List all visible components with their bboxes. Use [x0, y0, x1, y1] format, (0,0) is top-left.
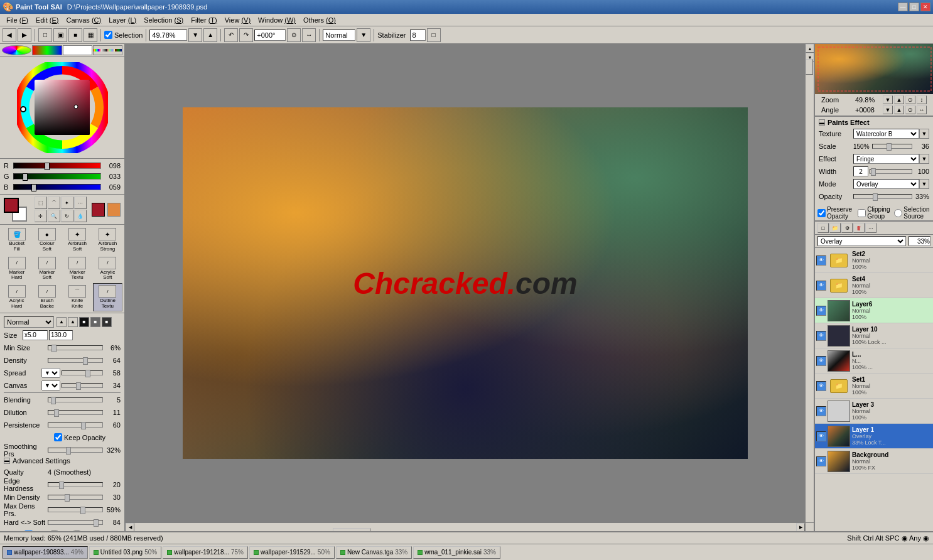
taskbar-item-1[interactable]: Untitled 03.png 50%	[89, 546, 161, 559]
texture-select[interactable]: Watercolor B	[853, 129, 919, 139]
spread-slider[interactable]	[62, 370, 103, 375]
scroll-up-arrow[interactable]: ▲	[806, 44, 814, 53]
angle-increase-btn[interactable]: ▲	[894, 105, 904, 114]
color-wheel-cursor[interactable]	[20, 106, 26, 112]
size-multiplier-input[interactable]: x5.0	[23, 330, 48, 340]
acrylic-soft-tool[interactable]: / AcrylicSoft	[93, 255, 122, 283]
layer-item-set1[interactable]: 👁 📁 Set1 Normal100%	[815, 374, 933, 399]
layer-vis-background[interactable]: 👁	[816, 456, 826, 466]
menu-canvas[interactable]: Canvas (C)	[63, 15, 105, 25]
brush-mode-select[interactable]: Normal	[4, 316, 54, 328]
toolbar-new-btn[interactable]: □	[38, 28, 52, 42]
angle-input[interactable]: +000°	[254, 30, 286, 41]
current-color-large[interactable]	[92, 203, 105, 217]
advanced-settings-toggle[interactable]: ▬ Advanced Settings	[4, 457, 121, 465]
selection-source-checkbox-label[interactable]: Selection Source	[894, 206, 930, 220]
keep-opacity-checkbox[interactable]	[54, 433, 62, 441]
outline-texture-tool[interactable]: / OutlineTextu	[93, 283, 122, 311]
bucket-fill-tool[interactable]: 🪣 BucketFill	[2, 226, 31, 254]
layer-item-set4[interactable]: 👁 📁 Set4 Normal100%	[815, 273, 933, 298]
layer-opacity-input[interactable]	[909, 236, 930, 246]
toolbar-open-btn[interactable]: ▣	[53, 28, 67, 42]
menu-edit[interactable]: Edit (E)	[32, 15, 63, 25]
dilution-slider[interactable]	[48, 410, 103, 415]
h-scroll-thumb[interactable]	[333, 528, 370, 532]
layer-item-layer10[interactable]: 👁 Layer 10 Normal100% Lock ...	[815, 323, 933, 348]
minimize-button[interactable]: —	[898, 3, 908, 11]
preserve-opacity-checkbox-label[interactable]: Preserve Opacity	[817, 206, 854, 220]
layer-item-l[interactable]: 👁 L... N...100% ...	[815, 348, 933, 374]
layer-item-layer3[interactable]: 👁 Layer 3 Normal100%	[815, 399, 933, 424]
menu-filter[interactable]: Filter (T)	[187, 15, 221, 25]
layer-vis-layer3[interactable]: 👁	[816, 406, 826, 416]
magic-wand-tool[interactable]: ✦	[61, 197, 73, 209]
secondary-color-swatch[interactable]	[107, 203, 121, 217]
new-layer-btn[interactable]: □	[817, 223, 829, 233]
max-dens-slider[interactable]	[48, 507, 103, 512]
v-scroll-thumb[interactable]	[806, 59, 813, 75]
layer-vis-set2[interactable]: 👁	[816, 256, 826, 266]
layer-settings-btn[interactable]: ⚙	[841, 223, 853, 233]
preserve-opacity-checkbox[interactable]	[817, 209, 826, 217]
zoom-input[interactable]: 49.78%	[149, 30, 187, 41]
flip-btn[interactable]: ↔	[917, 105, 927, 114]
marker-hard-tool[interactable]: / MarkerHard	[2, 255, 31, 283]
zoom-decrease-btn[interactable]: ▼	[883, 95, 893, 104]
maximize-button[interactable]: □	[909, 3, 919, 11]
foreground-color-swatch[interactable]	[4, 198, 19, 213]
flip-h-btn[interactable]: ↔	[302, 28, 316, 42]
brush-background-tool[interactable]: / BrushBacke	[32, 283, 62, 311]
taskbar-item-0[interactable]: wallpaper-190893... 49%	[3, 546, 88, 559]
canvas-select[interactable]: ▼	[41, 380, 60, 390]
mode-effect-select[interactable]: Overlay	[853, 179, 919, 189]
color-swatches-tab[interactable]	[93, 45, 122, 55]
layer-vis-layer6[interactable]: 👁	[816, 306, 826, 316]
delete-layer-btn[interactable]: 🗑	[853, 223, 865, 233]
color-wheel-tab[interactable]	[2, 45, 31, 55]
toolbar-rotate-right-btn[interactable]: ↷	[239, 28, 253, 42]
toolbar-save-btn[interactable]: ■	[68, 28, 82, 42]
taskbar-item-2[interactable]: wallpaper-191218... 75%	[163, 546, 248, 559]
spread-select[interactable]: ▼	[41, 368, 60, 378]
menu-others[interactable]: Others (O)	[299, 15, 340, 25]
clipping-group-checkbox-label[interactable]: Clipping Group	[858, 206, 890, 220]
toolbar-next-btn[interactable]: ▶	[18, 28, 31, 42]
menu-selection[interactable]: Selection (S)	[140, 15, 187, 25]
size-value-input[interactable]: 130.0	[49, 330, 73, 340]
menu-layer[interactable]: Layer (L)	[105, 15, 140, 25]
layer-vis-set1[interactable]: 👁	[816, 381, 826, 391]
min-size-slider[interactable]	[48, 345, 103, 350]
toolbar-prev-btn[interactable]: ◀	[3, 28, 16, 42]
stabilizer-btn[interactable]: □	[427, 28, 441, 42]
dens-checkbox[interactable]	[24, 530, 33, 531]
layer-vis-l[interactable]: 👁	[816, 356, 826, 366]
blend-checkbox[interactable]	[73, 530, 81, 531]
eyedropper-tool[interactable]: 💧	[74, 210, 87, 222]
scroll-left-arrow[interactable]: ◀	[126, 523, 134, 532]
canvas-slider[interactable]	[62, 383, 103, 388]
mode-icon-3[interactable]: ■	[79, 317, 89, 327]
opacity-slider[interactable]	[853, 194, 912, 199]
clipping-group-checkbox[interactable]	[858, 209, 866, 217]
zoom-increase-btn[interactable]: ▲	[894, 95, 904, 104]
more-layer-options-btn[interactable]: ⋯	[865, 223, 876, 233]
color-wheel-svg[interactable]	[17, 62, 108, 153]
width-value-input[interactable]: 2	[853, 166, 868, 176]
hard-soft-slider[interactable]	[48, 520, 103, 525]
taskbar-item-3[interactable]: wallpaper-191529... 50%	[249, 546, 335, 559]
density-slider[interactable]	[48, 358, 103, 363]
marker-soft-tool[interactable]: / MarkerSoft	[32, 255, 62, 283]
zoom-tool[interactable]: 🔍	[48, 210, 60, 222]
lasso-tool[interactable]: ⌒	[48, 197, 60, 209]
effect-select[interactable]: Fringe	[853, 154, 919, 164]
taskbar-item-5[interactable]: wma_011_pinkie.sai 33%	[413, 546, 500, 559]
color-rgb-tab[interactable]	[32, 45, 62, 55]
toolbar-rotate-btns[interactable]: ↶	[224, 28, 238, 42]
menu-view[interactable]: View (V)	[221, 15, 254, 25]
layer-item-background[interactable]: 👁 Background Normal100% FX	[815, 449, 933, 474]
paints-effect-toggle[interactable]: ▬	[819, 119, 825, 126]
layer-vis-set4[interactable]: 👁	[816, 281, 826, 291]
acrylic-hard-tool[interactable]: / AcrylicHard	[2, 283, 31, 311]
close-button[interactable]: ✕	[920, 3, 930, 11]
scale-slider[interactable]	[872, 144, 912, 149]
